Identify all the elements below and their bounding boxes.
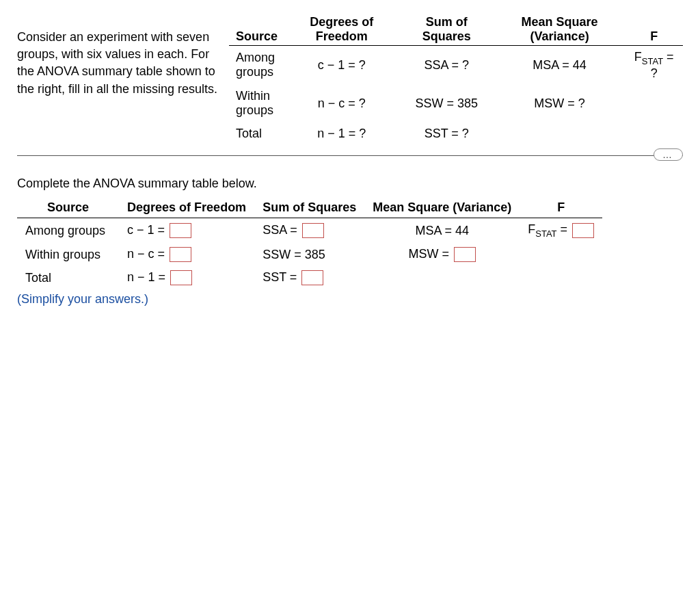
cell-within-src: Withingroups [229, 85, 284, 122]
ams-within-label: MSW = [408, 247, 449, 261]
row-total: Total n − 1 = ? SST = ? [229, 122, 683, 146]
problem-top-section: Consider an experiment with seven groups… [17, 14, 683, 145]
cell-among-ms: MSA = 44 [494, 46, 625, 85]
acell-within-src: Within groups [17, 243, 119, 266]
ass-total-label: SST = [262, 270, 297, 284]
problem-statement: Consider an experiment with seven groups… [17, 14, 222, 145]
acell-among-ms: MSA = 44 [364, 218, 520, 243]
ath-ss: Sum of Squares [254, 199, 364, 218]
cell-among-ss: SSA = ? [399, 46, 494, 85]
cell-within-ms: MSW = ? [494, 85, 625, 122]
input-msw[interactable] [454, 247, 476, 262]
row-within: Withingroups n − c = ? SSW = 385 MSW = ? [229, 85, 683, 122]
divider-section: … [17, 155, 683, 156]
section-divider [17, 155, 683, 156]
cell-among-src: Amonggroups [229, 46, 284, 85]
arow-among: Among groups c − 1 = SSA = MSA = 44 FSTA… [17, 218, 602, 243]
input-df-total[interactable] [170, 270, 192, 285]
adf-among-label: c − 1 = [127, 223, 165, 237]
input-fstat[interactable] [572, 223, 594, 238]
instruction-text: Complete the ANOVA summary table below. [17, 177, 683, 191]
input-df-within[interactable] [170, 247, 191, 262]
afstat-sub: STAT [535, 229, 556, 239]
ath-df: Degrees of Freedom [119, 199, 254, 218]
acell-among-df: c − 1 = [119, 218, 254, 243]
th-ms: Mean Square (Variance) [494, 14, 625, 46]
adf-within-label: n − c = [127, 247, 165, 261]
acell-total-ss: SST = [254, 266, 364, 289]
cell-total-df: n − 1 = ? [284, 122, 399, 146]
fstat-f: F [634, 50, 642, 64]
simplify-note: (Simplify your answers.) [17, 292, 683, 306]
acell-within-df: n − c = [119, 243, 254, 266]
arow-total: Total n − 1 = SST = [17, 266, 602, 289]
acell-within-ss: SSW = 385 [254, 243, 364, 266]
afstat-f: F [528, 222, 535, 236]
acell-among-f: FSTAT = [520, 218, 602, 243]
acell-among-src: Among groups [17, 218, 119, 243]
input-df-among[interactable] [170, 223, 191, 238]
acell-total-src: Total [17, 266, 119, 289]
more-button[interactable]: … [654, 148, 683, 161]
acell-total-df: n − 1 = [119, 266, 254, 289]
input-sst[interactable] [301, 270, 323, 285]
th-source: Source [229, 14, 284, 46]
row-among: Amonggroups c − 1 = ? SSA = ? MSA = 44 F… [229, 46, 683, 85]
cell-among-f: FSTAT = ? [625, 46, 683, 85]
cell-total-ss: SST = ? [399, 122, 494, 146]
cell-within-ss: SSW = 385 [399, 85, 494, 122]
th-df: Degrees of Freedom [284, 14, 399, 46]
cell-within-df: n − c = ? [284, 85, 399, 122]
th-ss: Sum of Squares [399, 14, 494, 46]
anova-answer-table: Source Degrees of Freedom Sum of Squares… [17, 199, 602, 289]
afstat-suffix: = [557, 222, 568, 236]
acell-within-ms: MSW = [364, 243, 520, 266]
arow-within: Within groups n − c = SSW = 385 MSW = [17, 243, 602, 266]
ath-ms: Mean Square (Variance) [364, 199, 520, 218]
cell-total-src: Total [229, 122, 284, 146]
ass-among-label: SSA = [262, 223, 297, 237]
fstat-sub: STAT [642, 56, 663, 66]
cell-among-df: c − 1 = ? [284, 46, 399, 85]
th-f: F [625, 14, 683, 46]
ath-source: Source [17, 199, 119, 218]
anova-table-given: Source Degrees of Freedom Sum of Squares… [229, 14, 683, 145]
ath-f: F [520, 199, 602, 218]
acell-among-ss: SSA = [254, 218, 364, 243]
input-ssa[interactable] [302, 223, 324, 238]
adf-total-label: n − 1 = [127, 270, 165, 284]
